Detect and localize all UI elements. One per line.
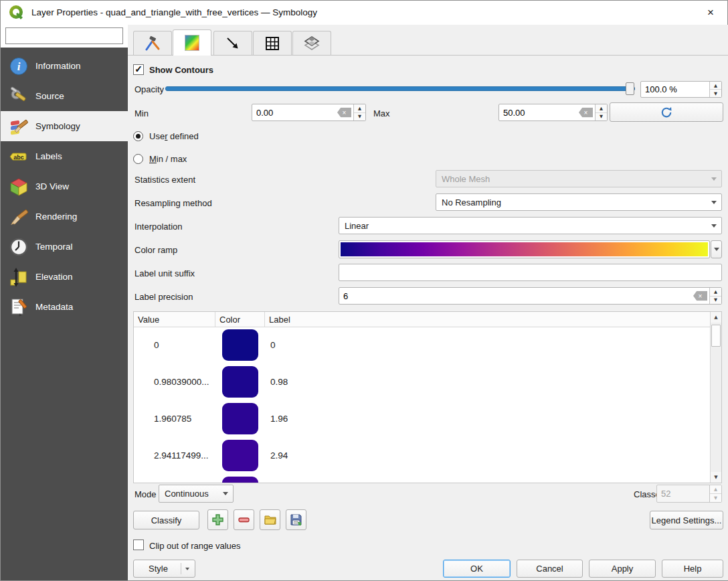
color-swatch[interactable]	[222, 440, 258, 471]
value-cell[interactable]: 0	[154, 327, 159, 363]
sidebar-item-source[interactable]: Source	[1, 81, 128, 111]
opacity-slider-handle[interactable]	[626, 82, 634, 95]
color-ramp-button[interactable]	[339, 240, 710, 258]
scroll-down-icon[interactable]: ▼	[711, 472, 721, 483]
user-defined-radio[interactable]	[133, 131, 143, 141]
classify-button[interactable]: Classify	[133, 511, 199, 529]
tools-icon	[144, 35, 161, 52]
color-ramp-menu-button[interactable]	[711, 240, 722, 258]
show-contours-checkbox[interactable]: ✓	[133, 64, 144, 75]
sidebar-search-strip	[1, 25, 128, 48]
reload-minmax-button[interactable]	[610, 102, 723, 122]
min-max-radio[interactable]	[133, 154, 143, 164]
resampling-method-dropdown[interactable]: No Resampling	[436, 193, 722, 211]
add-class-button[interactable]	[207, 509, 228, 530]
label-unit-suffix-input[interactable]	[339, 264, 721, 280]
sidebar-item-label: 3D View	[35, 181, 69, 191]
sidebar-item-label: Rendering	[35, 212, 77, 222]
tab-averaging[interactable]	[292, 31, 331, 55]
resampling-method-label: Resampling method	[134, 198, 212, 208]
chevron-down-icon	[711, 177, 717, 181]
label-cell[interactable]: 0	[270, 327, 276, 363]
arrow-icon	[225, 35, 241, 52]
label-precision-label: Label precision	[134, 292, 193, 302]
column-header-color[interactable]: Color	[215, 312, 265, 327]
opacity-slider-track[interactable]	[165, 86, 635, 91]
label-cell[interactable]: 1.96	[270, 400, 288, 437]
mode-dropdown[interactable]: Continuous	[159, 485, 234, 503]
sidebar-item-elevation[interactable]: Elevation	[1, 262, 128, 292]
sidebar-item-metadata[interactable]: Metadata	[1, 292, 128, 322]
scroll-up-icon[interactable]: ▲	[711, 312, 721, 323]
tab-general-settings[interactable]	[133, 31, 172, 55]
clip-out-of-range-checkbox[interactable]: ✓	[133, 540, 144, 550]
cancel-button[interactable]: Cancel	[517, 560, 583, 578]
color-swatch[interactable]	[222, 329, 258, 361]
interpolation-label: Interpolation	[134, 222, 183, 232]
color-swatch[interactable]	[222, 403, 258, 434]
table-row[interactable]: 00	[134, 327, 711, 363]
style-button[interactable]: Style	[133, 560, 195, 578]
color-swatch[interactable]	[222, 366, 258, 398]
layers-icon	[303, 35, 321, 52]
apply-button[interactable]: Apply	[589, 560, 656, 578]
classes-spinbox: ▲▼	[656, 485, 722, 503]
sidebar-item-label: Labels	[35, 151, 62, 161]
search-input[interactable]	[9, 27, 129, 44]
load-classes-button[interactable]	[260, 509, 280, 530]
sidebar-item-3d-view[interactable]: 3D View	[1, 171, 128, 201]
legend-settings-button[interactable]: Legend Settings...	[650, 511, 723, 529]
color-swatch[interactable]	[222, 477, 258, 483]
max-spinner[interactable]: ▲▼	[595, 104, 607, 120]
color-gradient-icon	[185, 35, 199, 51]
save-icon	[290, 513, 302, 526]
label-cell[interactable]: 2.94	[270, 437, 288, 474]
min-max-label: Min / max	[149, 154, 187, 164]
tab-mesh-frame[interactable]	[253, 31, 292, 55]
table-row[interactable]: 0.98039000...0.98	[134, 363, 711, 400]
interpolation-dropdown[interactable]: Linear	[339, 217, 722, 234]
table-row[interactable]	[134, 474, 711, 483]
interpolation-value: Linear	[345, 221, 369, 231]
sidebar-item-symbology[interactable]: Symbology	[1, 111, 128, 141]
tab-contours[interactable]	[173, 29, 211, 56]
classes-spinner: ▲▼	[709, 485, 721, 502]
statistics-extent-dropdown[interactable]: Whole Mesh	[436, 170, 722, 187]
table-row[interactable]: 2.94117499...2.94	[134, 437, 711, 474]
statistics-extent-label: Statistics extent	[134, 175, 195, 185]
color-ramp-preview	[341, 242, 708, 256]
value-cell[interactable]: 2.94117499...	[154, 437, 209, 474]
save-classes-button[interactable]	[286, 509, 306, 530]
help-button[interactable]: Help	[662, 560, 723, 578]
remove-class-button[interactable]	[234, 509, 254, 530]
tab-vectors[interactable]	[213, 31, 252, 55]
label-unit-suffix-box	[339, 264, 722, 281]
column-header-label[interactable]: Label	[265, 312, 711, 327]
table-row[interactable]: 1.9607851.96	[134, 400, 711, 437]
ok-button[interactable]: OK	[443, 560, 511, 578]
close-button[interactable]: ×	[695, 1, 726, 24]
label-precision-input[interactable]	[339, 288, 721, 304]
max-spinbox: × ▲▼	[498, 104, 608, 121]
style-button-divider	[181, 563, 181, 574]
sidebar-item-rendering[interactable]: Rendering	[1, 201, 128, 232]
scrollbar-thumb[interactable]	[711, 325, 721, 347]
min-spinner[interactable]: ▲▼	[353, 104, 365, 120]
layer-properties-dialog: Layer Properties - quad_and_triangle_wit…	[0, 0, 728, 581]
label-unit-suffix-label: Label unit suffix	[134, 268, 195, 278]
style-button-label: Style	[149, 564, 168, 574]
table-scrollbar[interactable]: ▲ ▼	[710, 312, 721, 483]
sidebar-item-temporal[interactable]: Temporal	[1, 232, 128, 262]
label-cell[interactable]: 0.98	[270, 363, 288, 400]
value-cell[interactable]: 1.960785	[154, 400, 191, 437]
value-cell[interactable]: 0.98039000...	[154, 363, 209, 400]
sidebar-item-labels[interactable]: abc Labels	[1, 141, 128, 171]
min-spinbox: × ▲▼	[252, 104, 366, 121]
column-header-value[interactable]: Value	[134, 312, 215, 327]
sidebar-item-information[interactable]: i Information	[1, 51, 128, 81]
show-contours-label: Show Contours	[149, 65, 213, 75]
opacity-spinner[interactable]: ▲▼	[709, 82, 721, 97]
label-precision-spinner[interactable]: ▲▼	[709, 288, 721, 304]
folder-icon	[264, 513, 277, 527]
labels-icon: abc	[9, 147, 29, 167]
